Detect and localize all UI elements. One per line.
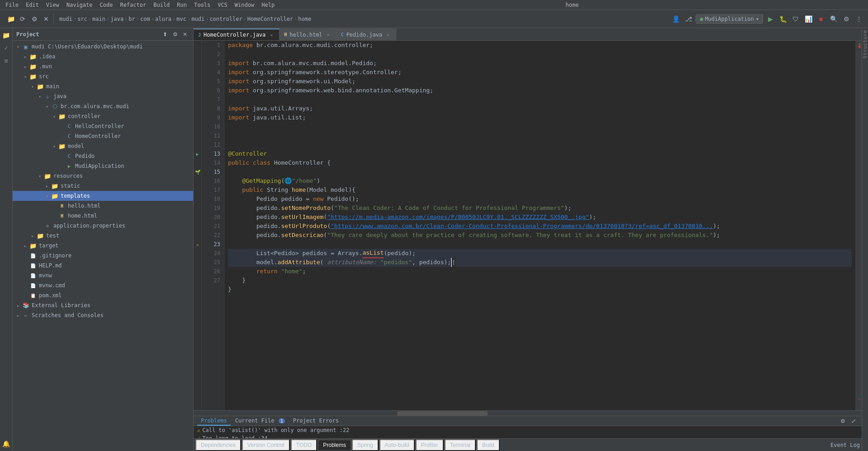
tab-current-file[interactable]: Current File 1	[232, 417, 289, 426]
btn-dependencies[interactable]: Dependencies	[195, 439, 241, 451]
sidebar-close-btn[interactable]: ✕	[180, 30, 190, 39]
btn-auto-build[interactable]: Auto-build	[379, 439, 415, 451]
tree-item-gitignore[interactable]: 📄 .gitignore	[13, 251, 193, 261]
problem-row-2[interactable]: ✓ Too long to load :34	[194, 434, 862, 438]
event-log-btn[interactable]: Event Log	[830, 442, 860, 448]
breadcrumb-mudi[interactable]: mudi	[59, 16, 72, 22]
tree-item-pom-xml[interactable]: 📋 pom.xml	[13, 290, 193, 300]
menu-run[interactable]: Run	[173, 1, 190, 9]
breadcrumb-main[interactable]: main	[92, 16, 105, 22]
tree-item-pedido[interactable]: C Pedido	[13, 151, 193, 161]
btn-version-control[interactable]: Version Control	[242, 439, 290, 451]
problem-row-1[interactable]: ⚠ Call to 'asList()' with only one argum…	[194, 426, 862, 434]
tree-item-templates[interactable]: ▾ 📁 templates	[13, 191, 193, 201]
tree-item-idea[interactable]: ▸ 📁 .idea	[13, 52, 193, 62]
problem-expand-btn[interactable]: ⤢	[849, 417, 858, 426]
tree-item-controller[interactable]: ▾ 📁 controller	[13, 111, 193, 121]
tree-item-hello-controller[interactable]: C HelloController	[13, 121, 193, 131]
tree-item-external-libraries[interactable]: ▸ 📚 External Libraries	[13, 300, 193, 310]
tab-hello-html[interactable]: H hello.html ✕	[280, 28, 336, 40]
gutter-13[interactable]: ▶	[194, 149, 201, 158]
btn-build[interactable]: Build	[477, 439, 500, 451]
breadcrumb-mudi2[interactable]: mudi	[191, 16, 204, 22]
breadcrumb-java[interactable]: java	[110, 16, 123, 22]
menu-tools[interactable]: Tools	[190, 1, 214, 9]
tree-item-hello-html[interactable]: H hello.html	[13, 201, 193, 211]
tree-item-mvnw-cmd[interactable]: 📄 mvnw.cmd	[13, 280, 193, 290]
btn-profiler[interactable]: Profiler	[416, 439, 444, 451]
btn-todo[interactable]: TODO	[291, 439, 317, 451]
tree-item-src[interactable]: ▾ 📁 src	[13, 71, 193, 81]
btn-problems[interactable]: Problems	[318, 440, 351, 450]
toolbar-sync-btn[interactable]: ⟳	[17, 14, 28, 24]
btn-terminal[interactable]: Terminal	[445, 439, 476, 451]
editor-scrollbar[interactable]: ⚠ ● —	[855, 41, 862, 410]
toolbar-project-btn[interactable]: 📁	[5, 14, 16, 24]
tree-item-home-html[interactable]: H home.html	[13, 211, 193, 221]
sidebar-notification-icon[interactable]: 🔔	[1, 438, 12, 449]
menu-vcs[interactable]: VCS	[214, 1, 231, 9]
btn-spring[interactable]: Spring	[352, 439, 379, 451]
tree-item-home-controller[interactable]: C HomeController	[13, 131, 193, 141]
tree-item-app-properties[interactable]: ⚙ application.properties	[13, 221, 193, 231]
sidebar-commit-icon[interactable]: ✓	[1, 43, 12, 53]
breadcrumb-com[interactable]: com	[140, 16, 150, 22]
toolbar-git-btn[interactable]: ⎇	[683, 14, 694, 24]
tree-item-main[interactable]: ▾ 📁 main	[13, 81, 193, 91]
menu-help[interactable]: Help	[258, 1, 278, 9]
tree-item-package[interactable]: ▾ ⬡ br.com.alura.mvc.mudi	[13, 101, 193, 111]
tree-item-mvn[interactable]: ▸ 📁 .mvn	[13, 62, 193, 71]
tree-item-mudi[interactable]: ▾ ▣ mudi C:\Users\Eduardo\Desktop\mudi	[13, 42, 193, 52]
coverage-btn[interactable]: 🛡	[790, 14, 801, 24]
tree-item-resources[interactable]: ▾ 📁 resources	[13, 171, 193, 181]
toolbar-settings-btn[interactable]: ⚙	[29, 14, 40, 24]
menu-refactor[interactable]: Refactor	[116, 1, 150, 9]
more-btn[interactable]: ⋮	[854, 14, 864, 24]
horizontal-scrollbar[interactable]	[194, 410, 862, 416]
tree-item-mudi-application[interactable]: ▶ MudiApplication	[13, 161, 193, 171]
tree-item-mvnw[interactable]: 📄 mvnw	[13, 271, 193, 280]
tab-close-pedido[interactable]: ✕	[385, 32, 391, 38]
toolbar-close-btn[interactable]: ✕	[41, 14, 52, 24]
menu-file[interactable]: File	[2, 1, 22, 9]
tree-item-target[interactable]: ▸ 📁 target	[13, 241, 193, 251]
tree-item-help-md[interactable]: 📄 HELP.md	[13, 261, 193, 271]
menu-window[interactable]: Window	[231, 1, 258, 9]
tree-item-scratches[interactable]: ▸ ✏ Scratches and Consoles	[13, 310, 193, 320]
code-content[interactable]: package br.com.alura.mvc.mudi.controller…	[224, 41, 855, 410]
sidebar-collapse-all-btn[interactable]: ⬆	[161, 30, 170, 39]
tab-close-hellohtml[interactable]: ✕	[325, 32, 332, 38]
toolbar-avatar-btn[interactable]: 👤	[670, 14, 681, 24]
run-btn[interactable]: ▶	[765, 14, 776, 24]
breadcrumb-src[interactable]: src	[77, 16, 87, 22]
debug-btn[interactable]: 🐛	[778, 14, 788, 24]
scrollbar-thumb[interactable]	[397, 411, 488, 416]
menu-view[interactable]: View	[43, 1, 63, 9]
breadcrumb-homecontroller[interactable]: HomeController	[247, 16, 293, 22]
tree-item-static[interactable]: ▸ 📁 static	[13, 181, 193, 191]
breadcrumb-home[interactable]: home	[298, 16, 311, 22]
sidebar-gear-btn[interactable]: ⚙	[171, 30, 180, 39]
settings-btn[interactable]: ⚙	[841, 14, 852, 24]
tab-pedido[interactable]: C Pedido.java ✕	[337, 28, 397, 40]
sidebar-structure-icon[interactable]: ≡	[1, 55, 12, 66]
menu-code[interactable]: Code	[96, 1, 117, 9]
menu-build[interactable]: Build	[150, 1, 173, 9]
tab-problems[interactable]: Problems	[197, 417, 231, 426]
sidebar-project-icon[interactable]: 📁	[1, 30, 12, 41]
structure-label[interactable]: Structure	[862, 28, 868, 60]
search-btn[interactable]: 🔍	[828, 14, 839, 24]
breadcrumb-br[interactable]: br	[128, 16, 135, 22]
breadcrumb-controller[interactable]: controller	[209, 16, 242, 22]
profile-btn[interactable]: 📊	[803, 14, 814, 24]
problem-settings-btn[interactable]: ⚙	[838, 417, 847, 426]
gutter-15[interactable]: 🌱	[194, 167, 201, 176]
menu-edit[interactable]: Edit	[22, 1, 43, 9]
stop-btn[interactable]: ■	[816, 14, 826, 24]
tree-item-test[interactable]: ▸ 📁 test	[13, 231, 193, 241]
breadcrumb-alura[interactable]: alura	[155, 16, 171, 22]
tab-close-homecontroller[interactable]: ✕	[268, 32, 275, 38]
tab-project-errors[interactable]: Project Errors	[289, 417, 342, 426]
tab-home-controller[interactable]: J HomeController.java ✕	[194, 28, 280, 40]
menu-navigate[interactable]: Navigate	[63, 1, 96, 9]
